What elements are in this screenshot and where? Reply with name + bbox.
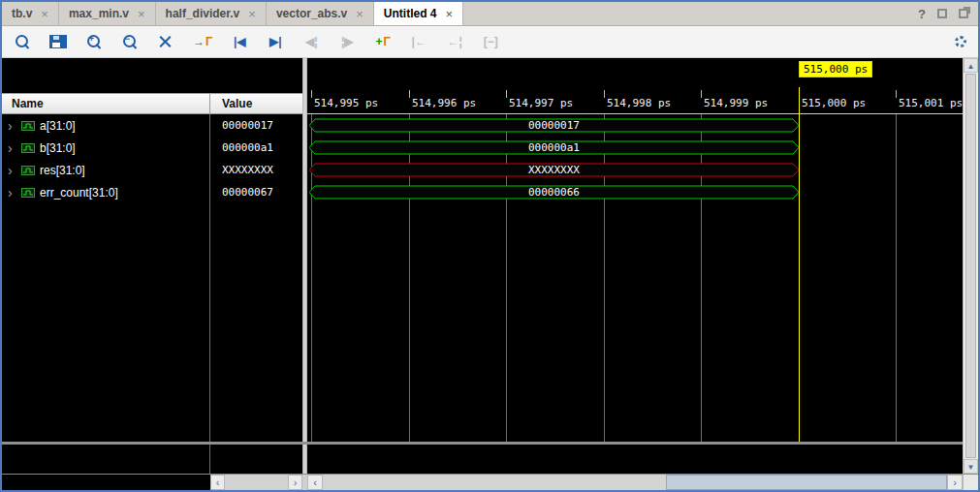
lower-pane-divider[interactable] xyxy=(2,442,963,445)
bus-signal-icon xyxy=(21,165,35,176)
bus-signal-icon xyxy=(21,187,35,199)
tick-mark xyxy=(701,90,702,98)
tab-vector-abs-v[interactable]: vector_abs.v× xyxy=(267,2,374,25)
scroll-right-icon[interactable]: › xyxy=(288,475,302,490)
tab-tb-v[interactable]: tb.v× xyxy=(2,2,59,25)
expand-arrow-icon[interactable]: › xyxy=(8,186,16,200)
waveform-area[interactable]: 00000017000000a1XXXXXXXX00000066 xyxy=(307,114,963,474)
tick-mark xyxy=(311,90,312,98)
signal-name-cell[interactable]: ›err_count[31:0] xyxy=(2,186,210,200)
name-column-header[interactable]: Name xyxy=(2,94,210,113)
signal-name-cell[interactable]: ›b[31:0] xyxy=(2,141,210,155)
goto-cursor-icon: ←¦ xyxy=(446,32,463,51)
expand-arrow-icon[interactable]: › xyxy=(8,141,16,155)
tick-label: 514,997 ps xyxy=(509,97,573,109)
zoom-to-cursor-icon[interactable]: →Γ xyxy=(193,32,212,51)
vertical-scrollbar[interactable]: ▲ ▼ xyxy=(963,58,978,474)
wave-bus: 00000066 xyxy=(309,185,799,203)
signal-panel-top xyxy=(2,58,302,93)
scrollbar-corner xyxy=(963,475,978,490)
add-marker-icon[interactable]: +Γ xyxy=(374,32,392,51)
left-scroll-region: ‹ › xyxy=(2,475,302,490)
tab-close-icon[interactable]: × xyxy=(248,7,256,21)
cursor-time-label[interactable]: 515,000 ps xyxy=(799,61,872,77)
svg-text:00000066: 00000066 xyxy=(528,186,580,199)
hscroll-thumb[interactable] xyxy=(666,475,947,490)
scroll-left-icon[interactable]: ‹ xyxy=(307,475,323,490)
tab-label: max_min.v xyxy=(69,7,129,20)
svg-text:000000a1: 000000a1 xyxy=(528,141,580,154)
wave-hscroll-track[interactable] xyxy=(323,475,947,490)
time-axis[interactable]: 514,995 ps514,996 ps514,997 ps514,998 ps… xyxy=(307,87,963,114)
tab-half-divider-v[interactable]: half_divider.v× xyxy=(156,2,267,25)
scroll-left-icon[interactable]: ‹ xyxy=(210,475,225,490)
tick-mark xyxy=(506,90,507,98)
signal-name: res[31:0] xyxy=(40,164,85,177)
zoom-fit-icon[interactable] xyxy=(157,34,174,50)
tab-close-icon[interactable]: × xyxy=(138,7,145,21)
wave-header-strip: 515,000 ps xyxy=(307,58,963,87)
tick-label: 514,999 ps xyxy=(704,97,768,109)
float-window-icon[interactable] xyxy=(937,9,947,18)
expand-arrow-icon[interactable]: › xyxy=(8,164,16,177)
signal-row-res-31-0-[interactable]: ›res[31:0]XXXXXXXX xyxy=(2,159,302,181)
next-transition-icon[interactable]: ▶| xyxy=(267,32,284,51)
save-wave-config-icon[interactable] xyxy=(49,35,67,48)
signal-row-err_count-31-0-[interactable]: ›err_count[31:0]00000067 xyxy=(2,181,302,203)
tab-label: half_divider.v xyxy=(166,7,240,20)
signal-row-a-31-0-[interactable]: ›a[31:0]00000017 xyxy=(2,114,302,137)
tab-max-min-v[interactable]: max_min.v× xyxy=(59,2,156,25)
previous-transition-icon[interactable]: |◀ xyxy=(231,32,248,51)
gridline xyxy=(896,114,897,442)
cursor-line[interactable] xyxy=(799,87,800,442)
vscroll-thumb[interactable] xyxy=(965,74,976,458)
help-icon[interactable]: ? xyxy=(918,7,926,21)
maximize-icon[interactable] xyxy=(959,9,968,18)
expand-arrow-icon[interactable]: › xyxy=(8,119,16,133)
scroll-right-icon[interactable]: › xyxy=(947,475,963,490)
signal-name: a[31:0] xyxy=(40,119,76,133)
signal-panel-header: Name Value xyxy=(2,93,302,114)
signal-row-b-31-0-[interactable]: ›b[31:0]000000a1 xyxy=(2,137,302,159)
tick-label: 514,995 ps xyxy=(314,97,378,109)
wave-hscrollbar[interactable]: ‹ › xyxy=(307,475,963,490)
signal-value: XXXXXXXX xyxy=(210,164,302,176)
toolbar: +−→Γ|◀▶|◀¦¦▶+Γ|←←¦[−] xyxy=(2,26,978,58)
zoom-out-icon[interactable]: − xyxy=(121,33,139,50)
tab-label: vector_abs.v xyxy=(276,7,347,20)
find-icon[interactable] xyxy=(14,33,31,50)
waveform-panel: 515,000 ps 514,995 ps514,996 ps514,997 p… xyxy=(307,58,963,474)
tab-bar: tb.v×max_min.v×half_divider.v×vector_abs… xyxy=(2,2,978,26)
zoom-in-icon[interactable]: + xyxy=(85,33,103,50)
tab-untitled-4[interactable]: Untitled 4× xyxy=(374,2,463,25)
value-column-header[interactable]: Value xyxy=(210,94,302,113)
signal-name: b[31:0] xyxy=(40,141,76,155)
tick-mark xyxy=(409,90,410,98)
signal-name-cell[interactable]: ›a[31:0] xyxy=(2,119,210,133)
fit-selection-icon: [−] xyxy=(482,32,499,51)
next-marker-icon: ¦▶ xyxy=(338,32,356,51)
value-hscrollbar[interactable]: ‹ › xyxy=(210,475,302,490)
value-hscroll-track[interactable] xyxy=(225,475,288,490)
tick-mark xyxy=(604,90,605,98)
signal-name-cell[interactable]: ›res[31:0] xyxy=(2,164,210,177)
bus-signal-icon xyxy=(21,142,35,154)
scroll-up-icon[interactable]: ▲ xyxy=(964,58,978,73)
settings-gear-icon[interactable] xyxy=(955,36,966,47)
tab-close-icon[interactable]: × xyxy=(41,7,48,21)
signal-name: err_count[31:0] xyxy=(40,186,118,200)
svg-text:00000017: 00000017 xyxy=(528,119,580,132)
previous-marker-icon: ◀¦ xyxy=(302,32,320,51)
scroll-down-icon[interactable]: ▼ xyxy=(964,459,978,474)
svg-text:XXXXXXXX: XXXXXXXX xyxy=(528,164,580,176)
signal-list: ›a[31:0]00000017›b[31:0]000000a1›res[31:… xyxy=(2,114,302,474)
signal-value: 00000017 xyxy=(210,119,302,132)
wave-bus: XXXXXXXX xyxy=(309,163,799,181)
tick-label: 514,998 ps xyxy=(607,97,671,109)
simulation-window: tb.v×max_min.v×half_divider.v×vector_abs… xyxy=(0,0,980,492)
tick-label: 515,000 ps xyxy=(802,97,866,109)
tick-label: 514,996 ps xyxy=(412,97,476,109)
tab-close-icon[interactable]: × xyxy=(446,7,454,21)
tab-close-icon[interactable]: × xyxy=(356,7,364,21)
signal-panel: Name Value ›a[31:0]00000017›b[31:0]00000… xyxy=(2,58,302,474)
